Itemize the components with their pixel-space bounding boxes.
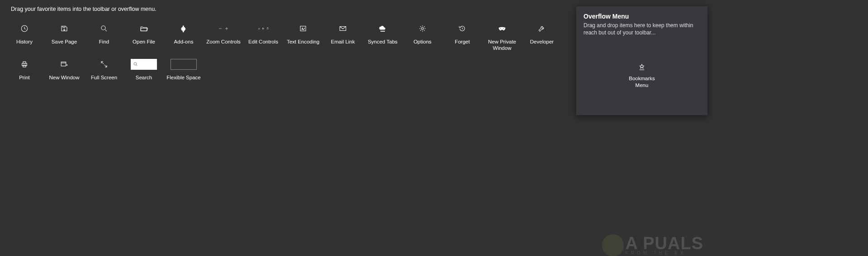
- clock-icon: [19, 23, 30, 34]
- item-full-screen[interactable]: Full Screen: [84, 56, 124, 85]
- svg-rect-16: [61, 62, 66, 66]
- svg-point-10: [422, 28, 424, 30]
- item-label: Find: [99, 39, 109, 45]
- item-synced-tabs[interactable]: Synced Tabs: [363, 20, 403, 56]
- item-new-window[interactable]: New Window: [44, 56, 84, 85]
- text-encoding-icon: [298, 23, 308, 34]
- item-label: Add-ons: [174, 39, 194, 45]
- instruction-text: Drag your favorite items into the toolba…: [5, 2, 576, 16]
- item-print[interactable]: Print: [5, 56, 44, 85]
- cloud-tabs-icon: [377, 23, 388, 34]
- printer-icon: [19, 59, 30, 70]
- item-options[interactable]: Options: [403, 20, 442, 56]
- puzzle-icon: [178, 23, 189, 34]
- minus-icon: [218, 25, 223, 32]
- search-icon: [99, 23, 109, 34]
- item-open-file[interactable]: Open File: [124, 20, 164, 56]
- item-label: Search: [136, 74, 152, 81]
- overflow-items-area[interactable]: Bookmarks Menu: [583, 62, 700, 88]
- watermark: A PUALS FROM THE EX: [602, 234, 703, 256]
- item-label: Forget: [455, 39, 470, 45]
- item-label: Save Page: [52, 39, 77, 45]
- mask-icon: [497, 23, 508, 34]
- item-label: History: [16, 39, 33, 45]
- item-text-encoding[interactable]: Text Encoding: [283, 20, 323, 56]
- item-label: New Private Window: [488, 39, 516, 52]
- svg-rect-13: [22, 63, 27, 66]
- item-label: Synced Tabs: [368, 39, 398, 45]
- item-edit-controls[interactable]: Edit Controls: [243, 20, 283, 56]
- svg-point-11: [500, 28, 501, 29]
- item-forget[interactable]: Forget: [442, 20, 482, 56]
- item-flexible-space[interactable]: Flexible Space: [164, 56, 204, 85]
- plus-icon: [224, 25, 229, 32]
- customize-toolbar-panel: Drag your favorite items into the toolba…: [5, 2, 576, 254]
- watermark-small-text: FROM THE EX: [626, 251, 703, 256]
- item-new-private-window[interactable]: New Private Window: [482, 20, 522, 56]
- search-icon: [133, 61, 139, 68]
- overflow-title: Overflow Menu: [583, 13, 700, 20]
- gear-icon: [417, 23, 428, 34]
- item-search[interactable]: Search: [124, 56, 164, 85]
- item-label: Open File: [133, 39, 155, 45]
- overflow-item-bookmarks-menu[interactable]: Bookmarks Menu: [621, 62, 662, 88]
- item-label: Zoom Controls: [206, 39, 240, 45]
- svg-rect-4: [263, 28, 264, 29]
- svg-rect-14: [23, 62, 26, 63]
- svg-point-1: [101, 26, 105, 30]
- item-label: Print: [19, 74, 30, 81]
- item-email-link[interactable]: Email Link: [323, 20, 363, 56]
- item-label: Options: [413, 39, 432, 45]
- svg-rect-15: [23, 65, 26, 67]
- svg-point-17: [134, 63, 137, 65]
- item-label: Developer: [530, 39, 554, 45]
- item-label: Full Screen: [91, 74, 117, 81]
- item-addons[interactable]: Add-ons: [164, 20, 204, 56]
- item-history[interactable]: History: [5, 20, 44, 56]
- item-label: Text Encoding: [287, 39, 319, 45]
- item-save-page[interactable]: Save Page: [44, 20, 84, 56]
- wrench-icon: [536, 23, 547, 34]
- folder-open-icon: [138, 23, 149, 34]
- mail-icon: [337, 23, 348, 34]
- item-label: Edit Controls: [248, 39, 278, 45]
- watermark-big-text: A PUALS: [626, 235, 703, 252]
- item-label: Email Link: [331, 39, 355, 45]
- bookmark-star-icon: [636, 62, 647, 72]
- item-find[interactable]: Find: [84, 20, 124, 56]
- svg-point-12: [503, 28, 504, 29]
- svg-rect-5: [262, 28, 263, 29]
- zoom-controls-icon: [218, 23, 229, 34]
- copy-icon: [262, 25, 264, 32]
- paste-icon: [266, 25, 269, 32]
- svg-rect-8: [300, 26, 306, 31]
- search-box-preview: [131, 59, 157, 70]
- overflow-description: Drag and drop items here to keep them wi…: [583, 22, 700, 36]
- item-developer[interactable]: Developer: [522, 20, 562, 56]
- item-label: Bookmarks Menu: [629, 75, 655, 88]
- edit-controls-icon: [258, 23, 269, 34]
- expand-icon: [99, 59, 109, 70]
- save-icon: [59, 23, 70, 34]
- item-zoom-controls[interactable]: Zoom Controls: [204, 20, 243, 56]
- item-palette: History Save Page Find Open File Add-ons: [5, 16, 576, 85]
- flexible-space-preview: [171, 59, 197, 70]
- undo-clock-icon: [457, 23, 468, 34]
- item-label: New Window: [49, 74, 79, 81]
- cut-icon: [258, 25, 260, 32]
- window-plus-icon: [59, 59, 70, 70]
- item-label: Flexible Space: [166, 74, 200, 81]
- watermark-logo-icon: [602, 234, 624, 256]
- overflow-menu-panel[interactable]: Overflow Menu Drag and drop items here t…: [576, 6, 707, 115]
